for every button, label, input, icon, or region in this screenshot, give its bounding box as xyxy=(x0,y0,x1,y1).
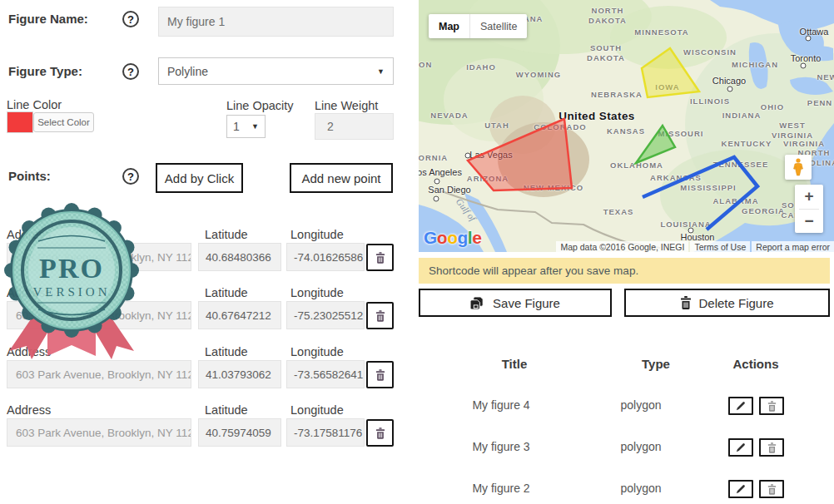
figure-name-label: Figure Name: xyxy=(8,12,88,26)
figure-title: My figure 2 xyxy=(472,482,529,495)
address-value: 603 Park Avenue, Brooklyn, NY 112 xyxy=(16,309,191,322)
longitude-value: -73.56582641 xyxy=(294,368,363,381)
address-input[interactable]: 603 Park Avenue, Brooklyn, NY 112 xyxy=(7,418,191,447)
pegman-icon xyxy=(792,158,804,176)
longitude-input[interactable]: -75.23025512 xyxy=(286,301,365,329)
edit-figure-button[interactable] xyxy=(728,480,753,498)
longitude-label: Longitude xyxy=(290,403,344,417)
chevron-down-icon: ▼ xyxy=(377,67,385,76)
terms-of-use-link[interactable]: Terms of Use xyxy=(690,241,750,252)
line-weight-value: 2 xyxy=(327,120,334,133)
line-color-label: Line Color xyxy=(7,98,62,111)
zoom-in-button[interactable]: + xyxy=(795,185,823,209)
color-swatch[interactable] xyxy=(7,111,33,133)
address-value: 603 Park Avenue, Brooklyn, NY 112 xyxy=(16,368,191,381)
google-map[interactable]: MONTANANORTH DAKOTAMINNESOTASOUTH DAKOTA… xyxy=(419,0,834,252)
save-figure-button[interactable]: Save Figure xyxy=(419,289,612,317)
google-logo-letter: G xyxy=(424,228,437,247)
add-new-point-button[interactable]: Add new point xyxy=(290,163,393,193)
zoom-control: + − xyxy=(795,185,823,233)
figure-title: My figure 3 xyxy=(472,440,529,453)
figures-table: Title Type Actions My figure 4 polygon M… xyxy=(419,349,834,504)
add-by-click-button[interactable]: Add by Click xyxy=(156,163,243,193)
figure-name-value: My figure 1 xyxy=(167,15,225,28)
longitude-value: -74.01626586 xyxy=(294,251,363,264)
blue-polyline[interactable] xyxy=(643,157,757,230)
figure-type-select[interactable]: Polyline ▼ xyxy=(158,57,394,85)
report-map-error-link[interactable]: Report a map error xyxy=(752,241,834,252)
help-icon[interactable]: ? xyxy=(122,11,139,27)
pencil-icon xyxy=(736,442,746,452)
save-figure-label: Save Figure xyxy=(493,296,560,310)
help-icon[interactable]: ? xyxy=(122,63,139,80)
google-logo[interactable]: Google xyxy=(424,228,481,248)
longitude-input[interactable]: -73.56582641 xyxy=(286,360,365,388)
map-attribution: Map data ©2016 Google, INEGI Terms of Us… xyxy=(556,241,834,252)
map-type-satellite-button[interactable]: Satellite xyxy=(470,14,527,38)
trash-icon xyxy=(680,296,692,309)
point-row: Address Latitude Longitude 603 Park Aven… xyxy=(7,403,395,460)
line-opacity-label: Line Opacity xyxy=(226,99,294,112)
edit-figure-button[interactable] xyxy=(728,397,753,415)
point-row: Address Latitude Longitude 603 Park Aven… xyxy=(7,345,395,402)
map-type-map-button[interactable]: Map xyxy=(429,14,469,38)
zoom-out-button[interactable]: − xyxy=(795,210,823,234)
delete-point-button[interactable] xyxy=(366,419,394,447)
table-header-actions: Actions xyxy=(732,357,778,371)
point-row: Address Latitude Longitude 603 Park Aven… xyxy=(7,228,395,284)
delete-point-button[interactable] xyxy=(366,302,394,329)
question-mark: ? xyxy=(127,13,134,26)
line-weight-input[interactable]: 2 xyxy=(315,113,394,140)
latitude-value: 41.03793062 xyxy=(206,368,271,381)
yellow-polygon[interactable] xyxy=(642,48,699,97)
address-input[interactable]: 603 Park Avenue, Brooklyn, NY 112 xyxy=(7,301,191,329)
point-row: Address Latitude Longitude 603 Park Aven… xyxy=(7,286,395,343)
pencil-icon xyxy=(736,401,746,411)
delete-figure-row-button[interactable] xyxy=(759,438,784,457)
save-icon xyxy=(470,296,486,310)
address-label: Address xyxy=(7,403,51,417)
delete-figure-label: Delete Figure xyxy=(698,296,773,310)
longitude-input[interactable]: -73.17581176 xyxy=(286,418,365,447)
question-mark: ? xyxy=(127,170,134,183)
delete-point-button[interactable] xyxy=(366,361,394,388)
longitude-input[interactable]: -74.01626586 xyxy=(286,243,365,271)
google-logo-letter: e xyxy=(472,228,481,247)
longitude-label: Longitude xyxy=(290,345,344,358)
longitude-label: Longitude xyxy=(290,228,344,241)
address-input[interactable]: 603 Park Avenue, Brooklyn, NY 112 xyxy=(7,243,191,271)
figure-type-label: Figure Type: xyxy=(8,64,82,78)
green-polygon[interactable] xyxy=(636,126,675,163)
latitude-input[interactable]: 40.75974059 xyxy=(198,418,281,447)
address-input[interactable]: 603 Park Avenue, Brooklyn, NY 112 xyxy=(7,360,191,388)
select-color-button[interactable]: Select Color xyxy=(33,112,94,132)
figure-type-value: Polyline xyxy=(167,65,208,78)
latitude-label: Latitude xyxy=(205,345,248,358)
delete-figure-row-button[interactable] xyxy=(759,480,784,498)
figure-type: polygon xyxy=(620,482,661,495)
latitude-input[interactable]: 40.67647212 xyxy=(198,301,281,329)
longitude-value: -73.17581176 xyxy=(294,427,362,439)
longitude-value: -75.23025512 xyxy=(294,309,363,322)
map-type-control: Map Satellite xyxy=(429,14,527,38)
delete-point-button[interactable] xyxy=(366,244,394,271)
delete-figure-button[interactable]: Delete Figure xyxy=(624,289,830,317)
trash-icon xyxy=(767,442,777,453)
line-opacity-select[interactable]: 1 ▼ xyxy=(226,115,266,138)
latitude-input[interactable]: 41.03793062 xyxy=(198,360,281,388)
delete-figure-row-button[interactable] xyxy=(759,397,784,415)
address-value: 603 Park Avenue, Brooklyn, NY 112 xyxy=(16,427,191,439)
latitude-input[interactable]: 40.68480366 xyxy=(198,243,281,271)
trash-icon xyxy=(375,252,385,264)
help-icon[interactable]: ? xyxy=(122,168,139,185)
figure-name-input[interactable]: My figure 1 xyxy=(158,7,394,37)
line-opacity-value: 1 xyxy=(233,120,240,133)
edit-figure-button[interactable] xyxy=(728,438,753,457)
longitude-label: Longitude xyxy=(290,286,344,299)
trash-icon xyxy=(767,401,777,412)
chevron-down-icon: ▼ xyxy=(251,122,259,131)
latitude-label: Latitude xyxy=(205,403,248,417)
pencil-icon xyxy=(736,484,746,494)
pegman-control[interactable] xyxy=(785,155,812,180)
red-polygon[interactable] xyxy=(468,119,572,190)
